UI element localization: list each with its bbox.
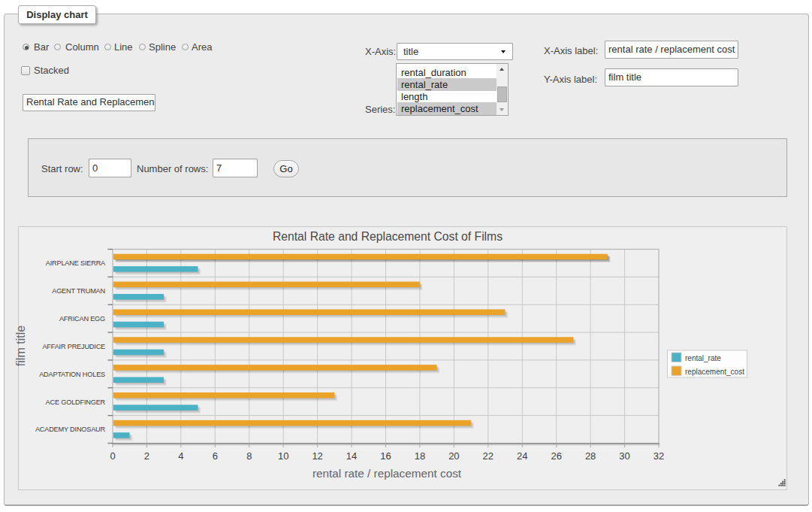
- svg-text:replacement_cost: replacement_cost: [685, 368, 744, 376]
- svg-text:8: 8: [246, 450, 252, 462]
- svg-text:Rental Rate and Replacement Co: Rental Rate and Replacement Cost of Film…: [273, 230, 503, 243]
- svg-text:24: 24: [517, 450, 527, 462]
- svg-text:12: 12: [312, 450, 322, 462]
- svg-text:rental rate / replacement cost: rental rate / replacement cost: [312, 467, 462, 480]
- svg-text:AGENT TRUMAN: AGENT TRUMAN: [52, 287, 105, 295]
- svg-text:2: 2: [144, 450, 149, 462]
- svg-text:16: 16: [380, 450, 391, 462]
- svg-text:AIRPLANE SIERRA: AIRPLANE SIERRA: [46, 259, 106, 267]
- svg-text:18: 18: [415, 450, 425, 462]
- svg-text:ADAPTATION HOLES: ADAPTATION HOLES: [39, 371, 105, 378]
- svg-text:0: 0: [110, 450, 115, 462]
- svg-text:32: 32: [654, 450, 664, 462]
- svg-text:30: 30: [619, 450, 629, 462]
- svg-text:AFFAIR PREJUDICE: AFFAIR PREJUDICE: [42, 343, 105, 350]
- svg-text:20: 20: [448, 450, 459, 462]
- svg-text:10: 10: [278, 450, 288, 462]
- svg-text:4: 4: [178, 450, 183, 462]
- svg-text:6: 6: [213, 450, 218, 462]
- svg-text:22: 22: [483, 450, 494, 462]
- svg-text:AFRICAN EGG: AFRICAN EGG: [59, 315, 105, 323]
- svg-text:14: 14: [346, 450, 357, 462]
- svg-text:ACADEMY DINOSAUR: ACADEMY DINOSAUR: [35, 426, 106, 433]
- svg-text:26: 26: [551, 450, 561, 462]
- svg-text:rental_rate: rental_rate: [685, 354, 721, 362]
- svg-text:28: 28: [585, 450, 596, 462]
- svg-text:film title: film title: [14, 326, 27, 366]
- svg-text:ACE GOLDFINGER: ACE GOLDFINGER: [46, 398, 106, 406]
